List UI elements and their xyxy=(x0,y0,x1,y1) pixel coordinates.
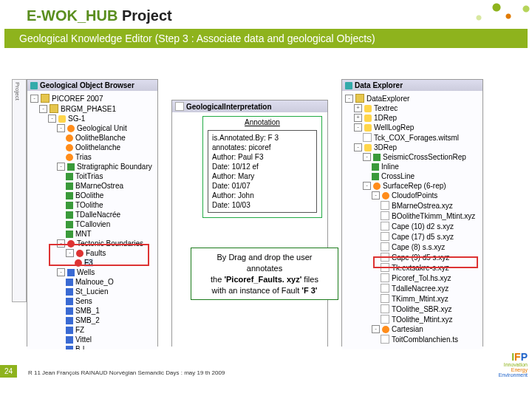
tree-item[interactable]: BMarneOstrea xyxy=(75,182,123,190)
page-number: 24 xyxy=(0,365,17,378)
tree-item[interactable]: St_Lucien xyxy=(75,287,108,296)
footer-text: R 11 Jean François RAINAUD Norvégian Sem… xyxy=(28,369,225,376)
tree-sg[interactable]: SG-1 xyxy=(68,115,85,123)
tree-item[interactable]: TKimm_Mtint.xyz xyxy=(392,295,449,303)
tree-item[interactable]: BOolithe xyxy=(75,191,103,200)
collapse-icon[interactable]: - xyxy=(354,123,362,132)
collapse-icon[interactable]: - xyxy=(30,95,38,103)
wells-icon xyxy=(67,269,75,276)
tree-item[interactable]: ToitTrias xyxy=(75,172,103,180)
tree-item[interactable]: OolitheBlanche xyxy=(75,134,126,142)
tree-item[interactable]: Picoref_Tol.hs.xyz xyxy=(392,274,451,282)
anno-line: Author: Paul F3 xyxy=(212,152,313,162)
well-icon xyxy=(66,288,73,296)
tree-item[interactable]: Inline xyxy=(381,163,399,171)
tree-tectonic-boundaries[interactable]: Tectonic Boundaries xyxy=(77,239,143,248)
collapse-icon[interactable]: - xyxy=(57,239,65,248)
expand-icon[interactable]: + xyxy=(354,114,362,122)
boundary-icon xyxy=(67,163,75,171)
tree-item[interactable]: Cape (9) d5 s.xyz xyxy=(392,253,449,262)
tree-welllogrep[interactable]: WellLogRep xyxy=(374,123,414,132)
panel-header-right[interactable]: Data Explorer xyxy=(342,80,482,91)
tree-item[interactable]: Vittel xyxy=(75,335,92,344)
collapse-icon[interactable]: - xyxy=(363,153,371,161)
left-dock-tabs[interactable]: Project xyxy=(12,79,27,302)
file-icon xyxy=(381,284,389,293)
unit-icon xyxy=(67,125,75,132)
tree-seismic[interactable]: SeismicCrossSectionRep xyxy=(383,153,466,161)
tree-item[interactable]: TOolithe_Mtint.xyz xyxy=(392,316,453,324)
tree-left[interactable]: -PICOREF 2007 -BRGM_PHASE1 -SG-1 -Geolog… xyxy=(27,91,157,349)
rep-icon xyxy=(364,115,372,122)
tree-item[interactable]: SMB_1 xyxy=(75,307,100,315)
tree-f3[interactable]: F3 xyxy=(84,259,93,267)
collapse-icon[interactable]: - xyxy=(48,115,56,123)
expand-icon[interactable]: + xyxy=(354,104,362,112)
tree-item[interactable]: CrossLine xyxy=(381,172,415,180)
tree-item[interactable]: ToitComblanchien.ts xyxy=(392,335,458,344)
collapse-icon[interactable]: - xyxy=(354,143,362,151)
item-icon xyxy=(66,221,73,228)
tree-item[interactable]: MNT xyxy=(75,230,92,238)
tree-root-right[interactable]: DataExplorer xyxy=(366,95,409,103)
collapse-icon[interactable]: - xyxy=(372,191,380,200)
tree-item[interactable]: TOolithe_SBR.xyz xyxy=(392,305,452,313)
file-icon xyxy=(381,335,389,344)
tree-stratigraphic-boundary[interactable]: Stratigraphic Boundary xyxy=(77,163,152,171)
tree-root[interactable]: PICOREF 2007 xyxy=(52,95,103,103)
geological-object-browser-panel: Geological Object Browser -PICOREF 2007 … xyxy=(27,79,158,347)
tree-surfacerep[interactable]: SurfaceRep (6-rep) xyxy=(383,182,446,190)
tree-item[interactable]: 1DRep xyxy=(374,114,397,122)
tree-item[interactable]: Trias xyxy=(75,153,92,161)
tab-geological-interpretation[interactable]: GeologicalInterpretation xyxy=(186,103,272,111)
anno-line: Author: John xyxy=(212,191,313,200)
tree-item[interactable]: Malnoue_O xyxy=(75,278,114,286)
file-icon xyxy=(381,253,389,262)
tree-item[interactable]: Tk.extsakre-s.xyz xyxy=(392,264,449,272)
tree-item[interactable]: Cape (10) d2 s.xyz xyxy=(392,222,454,231)
tree-item[interactable]: B-l-- xyxy=(75,345,89,349)
tree-item[interactable]: TCallovien xyxy=(75,220,110,228)
tree-faults[interactable]: Faults xyxy=(86,249,106,257)
tree-item[interactable]: TOolithe xyxy=(75,201,103,209)
item-icon xyxy=(66,231,73,238)
tree-item[interactable]: Cape (17) d5 s.xyz xyxy=(392,233,454,241)
tree-geological-unit[interactable]: Geological Unit xyxy=(77,124,127,132)
collapse-icon[interactable]: - xyxy=(345,95,353,103)
tree-item[interactable]: SMB_2 xyxy=(75,316,100,324)
tree-cloudofpoints[interactable]: CloudofPoints xyxy=(392,191,437,200)
collapse-icon[interactable]: - xyxy=(372,325,380,333)
tree-item[interactable]: FZ xyxy=(75,326,84,334)
tree-item[interactable]: Textrec xyxy=(374,104,398,112)
rep-icon xyxy=(364,105,372,112)
tree-phase[interactable]: BRGM_PHASE1 xyxy=(61,105,116,113)
well-icon xyxy=(66,327,73,334)
file-icon xyxy=(381,304,389,313)
folder-icon xyxy=(355,94,364,103)
collapse-icon[interactable]: - xyxy=(57,268,65,276)
panel-header-left[interactable]: Geological Object Browser xyxy=(27,80,157,91)
tree-item[interactable]: TDalleNacrée xyxy=(75,211,120,219)
collapse-icon[interactable]: - xyxy=(66,249,74,257)
tree-item[interactable]: TdalleNacree.xyz xyxy=(392,284,449,293)
collapse-icon[interactable]: - xyxy=(57,163,65,171)
tree-item[interactable]: Sens xyxy=(75,297,92,305)
collapse-icon[interactable]: - xyxy=(39,105,47,113)
tree-right[interactable]: -DataExplorer +Textrec +1DRep -WellLogRe… xyxy=(342,91,482,349)
tree-item[interactable]: Cape (8) s.s.xyz xyxy=(392,243,445,251)
collapse-icon[interactable]: - xyxy=(57,124,65,132)
tree-cartesian[interactable]: Cartesian xyxy=(392,325,423,333)
panel-title-left: Geological Object Browser xyxy=(40,81,134,89)
seismic-icon xyxy=(373,154,381,161)
collapse-icon[interactable]: - xyxy=(363,182,371,190)
tree-item[interactable]: Oolithelanche xyxy=(75,143,120,151)
tree-3drep[interactable]: 3DRep xyxy=(374,143,397,151)
panel-header-mid[interactable]: GeologicalInterpretation xyxy=(172,100,327,112)
tree-item[interactable]: Tck_COX_Forages.witsml xyxy=(374,134,459,142)
content-stage: Project Geological Object Browser -PICOR… xyxy=(0,50,532,382)
well-icon xyxy=(66,279,73,286)
file-icon xyxy=(381,263,389,272)
tree-wells[interactable]: Wells xyxy=(77,268,95,276)
tree-item[interactable]: BMarneOstrea.xyz xyxy=(392,202,453,210)
tree-item[interactable]: BOolitheTkimm_Mtint.xyz xyxy=(392,212,475,220)
